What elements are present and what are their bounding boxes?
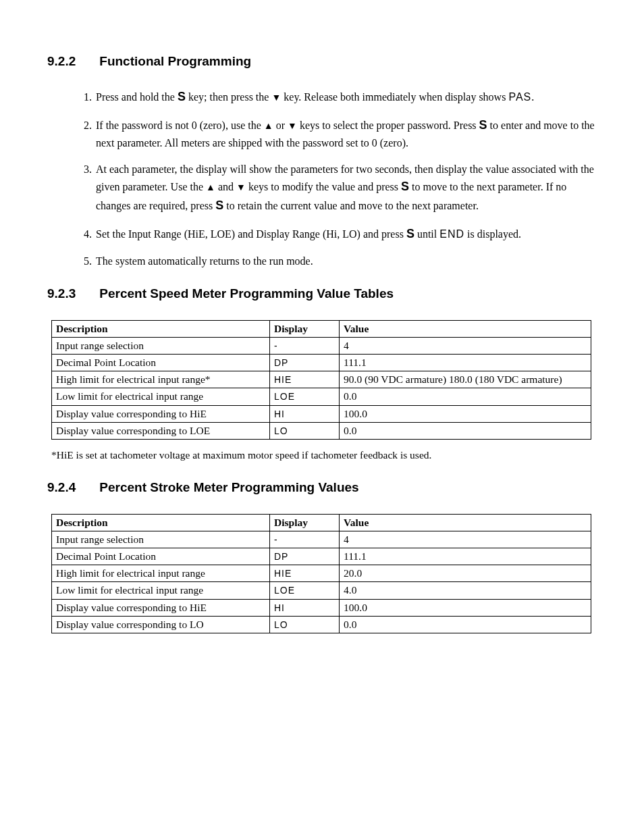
heading-title: Percent Speed Meter Programming Value Ta… [99, 286, 394, 301]
cell-value: 4 [340, 531, 591, 548]
table-row: Display value corresponding to HiEHI100.… [52, 599, 591, 616]
cell-value: 90.0 (90 VDC armature) 180.0 (180 VDC ar… [340, 371, 591, 388]
table-header-row: Description Display Value [52, 320, 591, 337]
s-key-icon: S [479, 118, 487, 132]
table-row: Low limit for electrical input rangeLOE4… [52, 582, 591, 599]
table-row: Decimal Point LocationDP111.1 [52, 355, 591, 371]
cell-value: 4.0 [340, 582, 591, 599]
table-row: Decimal Point LocationDP111.1 [52, 548, 591, 565]
down-arrow-icon: ▼ [288, 121, 297, 131]
cell-description: Decimal Point Location [52, 548, 270, 565]
cell-display: DP [270, 355, 340, 371]
cell-display: LOE [270, 388, 340, 405]
cell-value: 0.0 [340, 388, 591, 405]
step-3: At each parameter, the display will show… [95, 161, 597, 216]
cell-value: 0.0 [340, 616, 591, 633]
cell-description: Display value corresponding to LOE [52, 422, 270, 439]
table-row: Low limit for electrical input rangeLOE0… [52, 388, 591, 405]
table-923: Description Display Value Input range se… [51, 320, 591, 440]
s-key-icon: S [401, 180, 409, 193]
heading-title: Percent Stroke Meter Programming Values [99, 480, 358, 494]
cell-description: Low limit for electrical input range [52, 388, 270, 405]
end-display-icon: END [439, 228, 464, 240]
down-arrow-icon: ▼ [271, 93, 281, 103]
cell-display: LO [270, 616, 340, 633]
cell-value: 100.0 [340, 405, 591, 422]
cell-description: High limit for electrical input range [52, 565, 270, 582]
table-row: Input range selection-4 [52, 337, 591, 354]
cell-display: HIE [270, 371, 340, 388]
cell-value: 4 [340, 337, 591, 354]
cell-value: 111.1 [340, 355, 591, 371]
down-arrow-icon: ▼ [236, 182, 246, 192]
s-key-icon: S [178, 90, 186, 103]
heading-num: 9.2.4 [47, 480, 96, 495]
cell-value: 111.1 [340, 548, 591, 565]
cell-display: LO [270, 422, 340, 439]
heading-num: 9.2.3 [47, 286, 96, 301]
cell-display: - [270, 337, 340, 354]
cell-display: DP [270, 548, 340, 565]
heading-num: 9.2.2 [47, 54, 96, 69]
s-key-icon: S [215, 199, 223, 212]
cell-description: Low limit for electrical input range [52, 582, 270, 599]
table-row: High limit for electrical input rangeHIE… [52, 565, 591, 582]
step-1: Press and hold the S key; then press the… [95, 88, 597, 107]
cell-display: LOE [270, 582, 340, 599]
th-value: Value [340, 320, 591, 337]
th-display: Display [270, 514, 340, 531]
step-4: Set the Input Range (HiE, LOE) and Displ… [95, 225, 597, 244]
up-arrow-icon: ▲ [206, 182, 215, 192]
cell-display: HIE [270, 565, 340, 582]
heading-title: Functional Programming [99, 54, 251, 68]
cell-description: Display value corresponding to HiE [52, 599, 270, 616]
cell-value: 20.0 [340, 565, 591, 582]
cell-description: Display value corresponding to HiE [52, 405, 270, 422]
th-value: Value [340, 514, 591, 531]
heading-924: 9.2.4 Percent Stroke Meter Programming V… [47, 480, 597, 495]
table-row: Input range selection-4 [52, 531, 591, 548]
table-row: Display value corresponding to LOLO0.0 [52, 616, 591, 633]
table-924: Description Display Value Input range se… [51, 514, 591, 633]
heading-922: 9.2.2 Functional Programming [47, 54, 597, 69]
th-description: Description [52, 514, 270, 531]
cell-description: Decimal Point Location [52, 355, 270, 371]
footnote-923: *HiE is set at tachometer voltage at max… [51, 449, 597, 461]
cell-value: 100.0 [340, 599, 591, 616]
step-5: The system automatically returns to the … [95, 253, 597, 270]
table-row: Display value corresponding to HiEHI100.… [52, 405, 591, 422]
th-display: Display [270, 320, 340, 337]
cell-description: Input range selection [52, 337, 270, 354]
up-arrow-icon: ▲ [264, 121, 273, 131]
cell-display: - [270, 531, 340, 548]
s-key-icon: S [406, 227, 414, 240]
heading-923: 9.2.3 Percent Speed Meter Programming Va… [47, 286, 597, 301]
pas-display-icon: PAS [508, 91, 531, 103]
cell-description: Input range selection [52, 531, 270, 548]
cell-value: 0.0 [340, 422, 591, 439]
table-row: Display value corresponding to LOELO0.0 [52, 422, 591, 439]
cell-display: HI [270, 599, 340, 616]
step-2: If the password is not 0 (zero), use the… [95, 116, 597, 152]
steps-list: Press and hold the S key; then press the… [47, 88, 597, 270]
table-row: High limit for electrical input range*HI… [52, 371, 591, 388]
cell-description: High limit for electrical input range* [52, 371, 270, 388]
cell-display: HI [270, 405, 340, 422]
cell-description: Display value corresponding to LO [52, 616, 270, 633]
table-header-row: Description Display Value [52, 514, 591, 531]
th-description: Description [52, 320, 270, 337]
